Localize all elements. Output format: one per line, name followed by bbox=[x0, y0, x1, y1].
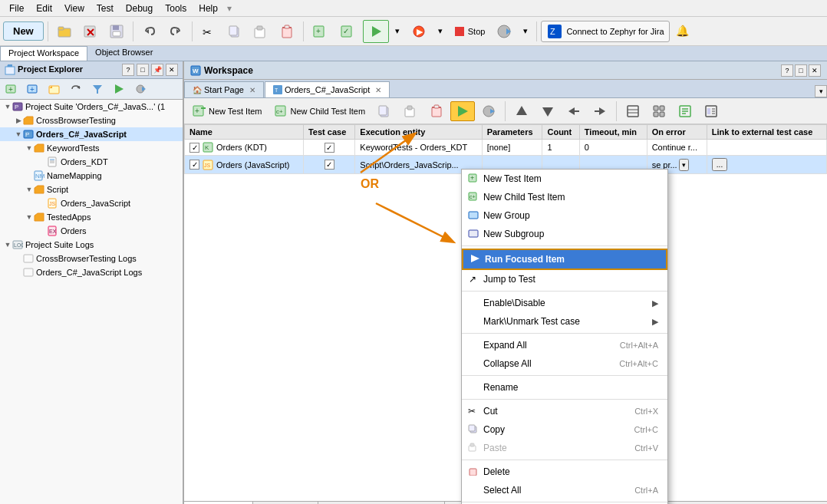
menu-file[interactable]: File bbox=[3, 2, 30, 15]
workspace-close-btn[interactable]: ✕ bbox=[809, 64, 821, 77]
menu-debug[interactable]: Debug bbox=[120, 2, 159, 15]
view4-btn[interactable] bbox=[699, 101, 723, 121]
ctx-run-focused[interactable]: Run Focused Item bbox=[462, 249, 667, 270]
view3-btn[interactable] bbox=[673, 101, 697, 121]
ctx-enable-disable[interactable]: Enable\Disable ▶ bbox=[462, 294, 667, 312]
ctx-copy[interactable]: Copy Ctrl+C bbox=[462, 420, 667, 439]
panel-tab-browser[interactable]: Object Browser bbox=[87, 46, 160, 61]
workspace-max-btn[interactable]: □ bbox=[795, 64, 807, 77]
unlink-btn[interactable] bbox=[562, 101, 586, 121]
copy-item-btn[interactable] bbox=[372, 101, 397, 121]
stop-button[interactable]: Stop bbox=[449, 22, 490, 41]
ctx-collapse-all[interactable]: Collapse All Ctrl+Alt+C bbox=[462, 354, 667, 373]
close-button[interactable] bbox=[78, 21, 103, 42]
ctx-paste[interactable]: Paste Ctrl+V bbox=[462, 439, 667, 457]
redo-button[interactable] bbox=[163, 21, 188, 42]
menu-view[interactable]: View bbox=[58, 2, 91, 15]
panel-tab-workspace[interactable]: Project Workspace bbox=[0, 46, 87, 61]
tab-startpage-close[interactable]: ✕ bbox=[249, 86, 255, 94]
ctx-delete[interactable]: Delete bbox=[462, 463, 667, 481]
ctx-new-test-item[interactable]: + New Test Item bbox=[462, 170, 667, 188]
add-suite-btn[interactable]: + bbox=[2, 81, 21, 97]
new-button[interactable]: New bbox=[3, 21, 44, 41]
new-test-item-btn[interactable]: + New Test Item bbox=[187, 101, 268, 121]
filter-btn[interactable] bbox=[87, 81, 107, 97]
ctx-new-subgroup[interactable]: New Subgroup bbox=[462, 225, 667, 243]
tree-item-suite[interactable]: ▼ P Project Suite 'Orders_C#_JavaS...' (… bbox=[0, 100, 183, 114]
ctx-jump-to-test[interactable]: ↗ Jump to Test bbox=[462, 270, 667, 288]
record-item-btn[interactable] bbox=[476, 101, 501, 121]
move-down-btn[interactable] bbox=[535, 101, 560, 121]
onerror-dropdown[interactable]: ▾ bbox=[679, 159, 689, 171]
save-button[interactable] bbox=[104, 21, 129, 42]
ctx-rename[interactable]: Rename bbox=[462, 378, 667, 397]
view2-btn[interactable] bbox=[647, 101, 671, 121]
tree-item-orders-kdt[interactable]: Orders_KDT bbox=[0, 155, 183, 169]
record-dropdown-button[interactable]: ▾ bbox=[519, 23, 532, 39]
connect-button[interactable]: Z Connect to Zephyr for Jira bbox=[541, 21, 669, 42]
paste-toolbar-button[interactable] bbox=[249, 21, 273, 42]
tab-orders-close[interactable]: ✕ bbox=[375, 86, 381, 94]
move-up-btn[interactable] bbox=[509, 101, 534, 121]
tree-item-orders-logs[interactable]: Orders_C#_JavaScript Logs bbox=[0, 265, 183, 279]
tab-startpage[interactable]: 🏠 Start Page ✕ bbox=[184, 81, 264, 97]
debug-dropdown-button[interactable]: ▾ bbox=[433, 23, 447, 39]
ctx-new-child-item[interactable]: c+ New Child Test Item bbox=[462, 188, 667, 206]
menu-tools[interactable]: Tools bbox=[159, 2, 193, 15]
view1-btn[interactable] bbox=[621, 101, 645, 121]
add-test-button[interactable]: + bbox=[308, 20, 334, 43]
tree-item-testedapps[interactable]: ▼ TestedApps bbox=[0, 210, 183, 224]
refresh-btn[interactable] bbox=[66, 81, 86, 97]
row2-check[interactable] bbox=[189, 160, 199, 170]
link-btn-row2[interactable]: ... bbox=[712, 158, 727, 171]
tree-item-keywordtests[interactable]: ▼ KeywordTests bbox=[0, 141, 183, 155]
delete-toolbar-button[interactable] bbox=[275, 21, 299, 42]
new-child-item-btn[interactable]: c+ New Child Test Item bbox=[269, 101, 371, 121]
add-project-btn[interactable]: + bbox=[23, 81, 43, 97]
table-row[interactable]: K Orders (KDT) KeywordTests - Orders_KDT… bbox=[185, 140, 827, 156]
open-file-btn[interactable] bbox=[44, 81, 64, 97]
run-item-btn[interactable] bbox=[450, 101, 475, 121]
tree-item-orders-project[interactable]: ▼ P Orders_C#_JavaScript bbox=[0, 127, 183, 141]
ctx-expand-all[interactable]: Expand All Ctrl+Alt+A bbox=[462, 336, 667, 354]
tree-item-cb-logs[interactable]: CrossBrowserTesting Logs bbox=[0, 252, 183, 265]
ctx-new-group[interactable]: New Group bbox=[462, 206, 667, 225]
ctx-mark-unmark[interactable]: Mark\Unmark Test case ▶ bbox=[462, 312, 667, 331]
notifications-button[interactable]: 🔔 bbox=[674, 22, 690, 40]
undo-button[interactable] bbox=[137, 21, 162, 42]
tree-item-orders-app[interactable]: EX Orders bbox=[0, 224, 183, 238]
tree-item-namemapping[interactable]: NM NameMapping bbox=[0, 169, 183, 183]
record-button[interactable] bbox=[491, 20, 517, 43]
ctx-cut[interactable]: ✂ Cut Ctrl+X bbox=[462, 402, 667, 420]
menu-help[interactable]: Help bbox=[193, 2, 224, 15]
tree-item-script[interactable]: ▼ Script bbox=[0, 183, 183, 196]
row2-testcase-check[interactable] bbox=[325, 160, 334, 170]
copy-toolbar-button[interactable] bbox=[222, 21, 247, 42]
run-dropdown-button[interactable]: ▾ bbox=[390, 23, 404, 39]
explorer-pin-btn[interactable]: 📌 bbox=[151, 64, 163, 76]
record-explorer-btn[interactable] bbox=[130, 81, 150, 97]
menu-edit[interactable]: Edit bbox=[30, 2, 58, 15]
tree-item-orders-js[interactable]: JS Orders_JavaScript bbox=[0, 196, 183, 210]
tree-item-logs[interactable]: ▼ LOG Project Suite Logs bbox=[0, 238, 183, 252]
ctx-select-all[interactable]: Select All Ctrl+A bbox=[462, 481, 667, 499]
tab-scroll-btn[interactable]: ▾ bbox=[815, 85, 827, 97]
tree-item-crossbrowser[interactable]: ▶ CrossBrowserTesting bbox=[0, 114, 183, 127]
explorer-max-btn[interactable]: □ bbox=[137, 64, 149, 76]
menu-test[interactable]: Test bbox=[91, 2, 120, 15]
link-btn[interactable] bbox=[588, 101, 612, 121]
open-button[interactable] bbox=[52, 21, 77, 42]
explorer-close-btn[interactable]: ✕ bbox=[166, 64, 178, 76]
run-button[interactable] bbox=[363, 20, 389, 43]
debug-button[interactable]: ▶ bbox=[406, 20, 432, 43]
tab-orders[interactable]: T Orders_C#_JavaScript ✕ bbox=[265, 81, 390, 97]
delete-item-btn[interactable] bbox=[424, 101, 449, 121]
paste-item-btn[interactable] bbox=[398, 101, 423, 121]
check-item-button[interactable]: ✓ bbox=[335, 20, 361, 43]
run-explorer-btn[interactable] bbox=[109, 81, 129, 97]
workspace-help-btn[interactable]: ? bbox=[781, 64, 793, 77]
row1-testcase-check[interactable] bbox=[325, 143, 334, 153]
explorer-help-btn[interactable]: ? bbox=[122, 64, 134, 76]
row1-check[interactable] bbox=[189, 143, 199, 153]
cut-toolbar-button[interactable]: ✂ bbox=[196, 21, 221, 42]
